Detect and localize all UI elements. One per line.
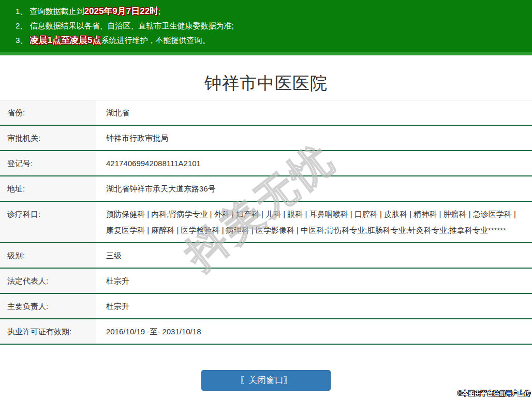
close-button-container: 〖关闭窗口〗: [0, 370, 532, 391]
page-title: 钟祥市中医医院: [0, 72, 532, 95]
row-value: 2016/10/19 -至- 2031/10/18: [96, 319, 532, 344]
row-label: 省份:: [0, 100, 96, 125]
table-row: 执业许可证有效期:2016/10/19 -至- 2031/10/18: [0, 319, 532, 345]
notice-highlight: 凌晨1点至凌晨5点: [30, 35, 101, 45]
row-value: 湖北省钟祥市承天大道东路36号: [96, 176, 532, 201]
notice-line: 3、 凌晨1点至凌晨5点系统进行维护，不能提供查询。: [0, 33, 532, 48]
table-row: 级别:三级: [0, 243, 532, 269]
table-row: 诊疗科目:预防保健科 | 内科;肾病学专业 | 外科 | 妇产科 | 儿科 | …: [0, 202, 532, 243]
row-label: 登记号:: [0, 151, 96, 175]
notice-banner: 1、 查询数据截止到2025年9月7日22时;2、 信息数据结果以各省、自治区、…: [0, 0, 532, 55]
notice-text: 1、 查询数据截止到: [16, 7, 84, 16]
hospital-info-table: 省份:湖北省审批机关:钟祥市行政审批局登记号:42174069942088111…: [0, 100, 532, 345]
image-credit-caption: ©本图由平台注册用户上传: [457, 389, 530, 398]
row-value: 杜宗升: [96, 294, 532, 318]
row-value: 杜宗升: [96, 269, 532, 293]
row-label: 法定代表人:: [0, 269, 96, 293]
row-label: 审批机关:: [0, 126, 96, 150]
table-row: 审批机关:钟祥市行政审批局: [0, 126, 532, 151]
row-value: 预防保健科 | 内科;肾病学专业 | 外科 | 妇产科 | 儿科 | 眼科 | …: [96, 202, 532, 242]
notice-line: 2、 信息数据结果以各省、自治区、直辖市卫生健康委数据为准;: [0, 19, 532, 33]
row-value: 三级: [96, 243, 532, 268]
notice-text: 系统进行维护，不能提供查询。: [101, 36, 210, 45]
row-value: 42174069942088111A2101: [96, 151, 532, 175]
row-label: 地址:: [0, 176, 96, 201]
notice-highlight: 2025年9月7日22时: [84, 6, 159, 16]
row-label: 级别:: [0, 243, 96, 268]
row-label: 执业许可证有效期:: [0, 319, 96, 344]
notice-text: 3、: [16, 36, 30, 45]
table-row: 主要负责人:杜宗升: [0, 294, 532, 319]
notice-text: ;: [158, 7, 160, 16]
table-row: 法定代表人:杜宗升: [0, 269, 532, 294]
row-value: 湖北省: [96, 100, 532, 125]
notice-line: 1、 查询数据截止到2025年9月7日22时;: [0, 4, 532, 19]
table-row: 地址:湖北省钟祥市承天大道东路36号: [0, 176, 532, 202]
notice-text: 2、 信息数据结果以各省、自治区、直辖市卫生健康委数据为准;: [16, 21, 234, 30]
row-label: 诊疗科目:: [0, 202, 96, 242]
row-label: 主要负责人:: [0, 294, 96, 318]
table-row: 登记号:42174069942088111A2101: [0, 151, 532, 176]
row-value: 钟祥市行政审批局: [96, 126, 532, 150]
table-row: 省份:湖北省: [0, 100, 532, 126]
close-window-button[interactable]: 〖关闭窗口〗: [201, 370, 331, 391]
